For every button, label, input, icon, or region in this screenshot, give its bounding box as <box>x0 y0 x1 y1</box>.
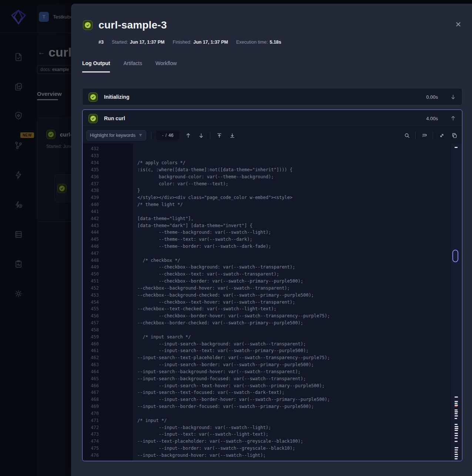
minimap-mark <box>455 433 458 434</box>
log-line: 474--input--text-placeholder: var(--swat… <box>83 438 462 445</box>
minimap-mark <box>455 454 458 455</box>
minimap-mark <box>455 435 458 436</box>
line-text: --checkbox--background-hover: var(--swat… <box>133 286 290 291</box>
log-line: 445 --theme--text: var(--swatch--dark); <box>83 236 462 243</box>
line-text: --input--text: var(--swatch--light-text)… <box>133 432 268 437</box>
match-separator: / <box>165 133 167 138</box>
prev-match-arrow-up-icon[interactable] <box>184 131 192 139</box>
collapse-arrow-up-icon[interactable] <box>450 115 456 121</box>
jump-to-top-icon[interactable] <box>215 131 223 139</box>
line-number: 465 <box>83 376 133 381</box>
minimap-mark <box>455 411 458 412</box>
log-line: 470 <box>83 410 462 417</box>
line-text: /* input search */ <box>133 334 191 340</box>
modal-overlay[interactable] <box>0 4 71 476</box>
line-text: --input-search--text-placeholder: var(--… <box>133 355 330 360</box>
line-number: 439 <box>83 195 133 200</box>
app-topbar <box>0 0 472 4</box>
section-label: Initializing <box>104 94 420 100</box>
line-text: --input--border: var(--swatch--greyscale… <box>133 446 295 451</box>
line-number: 464 <box>83 369 133 374</box>
line-number: 433 <box>83 153 133 158</box>
line-text: color: var(--theme--text); <box>133 181 228 186</box>
copy-icon[interactable] <box>450 131 458 139</box>
minimap-mark <box>455 418 457 419</box>
line-number: 456 <box>83 313 133 318</box>
log-line: 472 --input--background: var(--swatch--l… <box>83 424 462 431</box>
log-line: 469--input-search--border-focused: var(-… <box>83 403 462 410</box>
line-text: --theme--border: var(--swatch--dark-fade… <box>133 244 271 249</box>
close-icon[interactable]: ✕ <box>454 20 462 28</box>
log-line: 432 <box>83 145 462 152</box>
line-number: 475 <box>83 446 133 451</box>
minimap-mark <box>455 438 458 439</box>
word-wrap-icon[interactable] <box>420 131 428 139</box>
log-line: 442[data-theme="light"], <box>83 215 462 222</box>
log-line: 460 --input-search--background: var(--sw… <box>83 340 462 347</box>
line-text: [data-theme="dark"] [data-theme="invert"… <box>133 223 252 228</box>
line-number: 444 <box>83 230 133 235</box>
log-line: 437 color: var(--theme--text); <box>83 180 462 187</box>
execution-time-value: 5.18s <box>270 40 281 45</box>
line-number: 457 <box>83 320 133 325</box>
log-toolbar: Highlight for keywords - / 46 <box>83 127 462 144</box>
line-text: --checkbox--border: var(--swatch--primar… <box>133 278 303 284</box>
log-line: 443[data-theme="dark"] [data-theme="inve… <box>83 222 462 229</box>
log-line: 465--input-search--background-focused: v… <box>83 375 462 382</box>
section-run-curl-header[interactable]: Run curl 4.00s <box>83 110 462 127</box>
minimap-mark <box>455 456 458 457</box>
line-number: 466 <box>83 383 133 388</box>
line-text: --checkbox--border-checked: var(--swatch… <box>133 320 303 325</box>
execution-title: curl-sample-3 <box>98 19 167 31</box>
expand-arrow-down-icon[interactable] <box>450 94 456 100</box>
line-text: --checkbox--text-hover: var(--swatch--tr… <box>133 300 295 305</box>
line-number: 435 <box>83 167 133 172</box>
jump-to-bottom-icon[interactable] <box>228 131 236 139</box>
line-text: --checkbox--text: var(--swatch--transpar… <box>133 271 279 277</box>
minimap-mark <box>455 413 458 414</box>
line-text: --checkbox--background-checked: var(--sw… <box>133 293 314 298</box>
fullscreen-expand-icon[interactable] <box>438 131 446 139</box>
log-line: 435:is(c, :where([data-theme]:not([data-… <box>83 166 462 173</box>
minimap-mark <box>455 458 458 459</box>
section-duration: 0.00s <box>426 94 438 100</box>
minimap-viewport[interactable] <box>452 250 458 262</box>
keyword-filter-input[interactable]: Highlight for keywords <box>86 130 146 141</box>
line-number: 454 <box>83 300 133 305</box>
search-icon[interactable] <box>403 131 411 139</box>
minimap-mark <box>455 401 458 402</box>
line-text: --theme--background: var(--swatch--light… <box>133 230 271 235</box>
line-number: 468 <box>83 397 133 402</box>
line-number: 436 <box>83 174 133 179</box>
line-number: 471 <box>83 418 133 423</box>
minimap-mark <box>455 409 458 411</box>
started-label: Started: <box>112 40 128 45</box>
tab-artifacts[interactable]: Artifacts <box>123 60 142 72</box>
line-number: 476 <box>83 453 133 458</box>
line-number: 459 <box>83 334 133 340</box>
log-line: 453--checkbox--background-checked: var(-… <box>83 291 462 298</box>
minimap-scrollbar[interactable] <box>451 144 462 460</box>
line-text: --checkbox--text-checked: var(--swatch--… <box>133 306 277 311</box>
tab-log-output[interactable]: Log Output <box>82 60 110 72</box>
minimap-mark <box>455 396 458 398</box>
log-line: 439</style></div><div class="page_code_c… <box>83 194 462 201</box>
next-match-arrow-down-icon[interactable] <box>197 131 205 139</box>
log-line: 476--input--background-hover: var(--swat… <box>83 452 462 459</box>
log-line: 475 --input--border: var(--swatch--greys… <box>83 445 462 452</box>
section-initializing[interactable]: Initializing 0.00s <box>82 88 462 105</box>
finished-value: Jun 17, 1:37 PM <box>193 40 228 45</box>
drawer-tabs: Log Output Artifacts Workflow <box>82 60 177 72</box>
log-viewer[interactable]: 432433434/* apply colors */435:is(c, :wh… <box>83 144 462 460</box>
line-text: </style></div><div class="page_code_colo… <box>133 195 292 200</box>
match-current: - <box>162 133 164 138</box>
tab-workflow[interactable]: Workflow <box>155 60 177 72</box>
funnel-icon <box>138 133 143 138</box>
minimap-mark <box>455 452 458 453</box>
log-line: 440/* theme light */ <box>83 201 462 208</box>
line-text: --input-search--text-focused: var(--swat… <box>133 390 284 395</box>
line-text: --input-search--background-hover: var(--… <box>133 369 301 374</box>
log-line: 466 --input-search--text-hover: var(--sw… <box>83 382 462 389</box>
line-number: 446 <box>83 244 133 249</box>
line-number: 460 <box>83 341 133 347</box>
